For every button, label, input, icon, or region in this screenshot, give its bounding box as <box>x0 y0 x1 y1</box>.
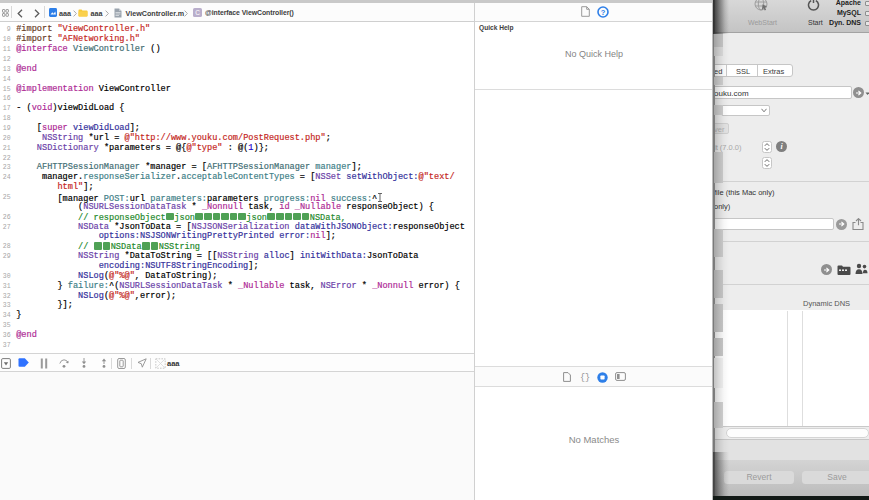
svg-text:{}: {} <box>580 373 590 382</box>
svg-text:?: ? <box>601 7 606 16</box>
svg-text:C: C <box>195 9 200 16</box>
